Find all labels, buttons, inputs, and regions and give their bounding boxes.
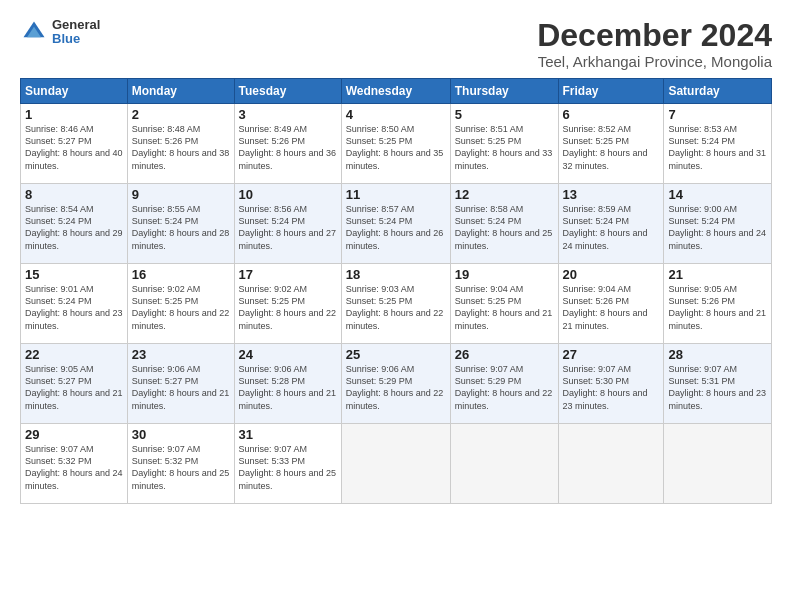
col-tuesday: Tuesday bbox=[234, 79, 341, 104]
day-number: 24 bbox=[239, 347, 337, 362]
day-info: Sunrise: 9:01 AM Sunset: 5:24 PM Dayligh… bbox=[25, 283, 123, 332]
day-number: 22 bbox=[25, 347, 123, 362]
day-number: 13 bbox=[563, 187, 660, 202]
day-info: Sunrise: 8:46 AM Sunset: 5:27 PM Dayligh… bbox=[25, 123, 123, 172]
day-number: 5 bbox=[455, 107, 554, 122]
day-number: 21 bbox=[668, 267, 767, 282]
col-monday: Monday bbox=[127, 79, 234, 104]
day-cell: 21Sunrise: 9:05 AM Sunset: 5:26 PM Dayli… bbox=[664, 264, 772, 344]
day-cell: 11Sunrise: 8:57 AM Sunset: 5:24 PM Dayli… bbox=[341, 184, 450, 264]
day-info: Sunrise: 8:50 AM Sunset: 5:25 PM Dayligh… bbox=[346, 123, 446, 172]
day-number: 11 bbox=[346, 187, 446, 202]
day-cell: 7Sunrise: 8:53 AM Sunset: 5:24 PM Daylig… bbox=[664, 104, 772, 184]
day-cell: 27Sunrise: 9:07 AM Sunset: 5:30 PM Dayli… bbox=[558, 344, 664, 424]
day-number: 12 bbox=[455, 187, 554, 202]
day-number: 15 bbox=[25, 267, 123, 282]
week-row-4: 22Sunrise: 9:05 AM Sunset: 5:27 PM Dayli… bbox=[21, 344, 772, 424]
day-number: 4 bbox=[346, 107, 446, 122]
day-number: 29 bbox=[25, 427, 123, 442]
day-cell: 10Sunrise: 8:56 AM Sunset: 5:24 PM Dayli… bbox=[234, 184, 341, 264]
day-info: Sunrise: 9:00 AM Sunset: 5:24 PM Dayligh… bbox=[668, 203, 767, 252]
title-block: December 2024 Teel, Arkhangai Province, … bbox=[537, 18, 772, 70]
day-cell: 9Sunrise: 8:55 AM Sunset: 5:24 PM Daylig… bbox=[127, 184, 234, 264]
day-number: 31 bbox=[239, 427, 337, 442]
day-number: 20 bbox=[563, 267, 660, 282]
day-info: Sunrise: 9:06 AM Sunset: 5:27 PM Dayligh… bbox=[132, 363, 230, 412]
day-info: Sunrise: 9:05 AM Sunset: 5:26 PM Dayligh… bbox=[668, 283, 767, 332]
day-info: Sunrise: 9:07 AM Sunset: 5:32 PM Dayligh… bbox=[132, 443, 230, 492]
week-row-5: 29Sunrise: 9:07 AM Sunset: 5:32 PM Dayli… bbox=[21, 424, 772, 504]
day-info: Sunrise: 8:51 AM Sunset: 5:25 PM Dayligh… bbox=[455, 123, 554, 172]
day-info: Sunrise: 8:48 AM Sunset: 5:26 PM Dayligh… bbox=[132, 123, 230, 172]
day-info: Sunrise: 8:57 AM Sunset: 5:24 PM Dayligh… bbox=[346, 203, 446, 252]
day-info: Sunrise: 9:07 AM Sunset: 5:32 PM Dayligh… bbox=[25, 443, 123, 492]
day-info: Sunrise: 8:54 AM Sunset: 5:24 PM Dayligh… bbox=[25, 203, 123, 252]
day-number: 7 bbox=[668, 107, 767, 122]
day-number: 25 bbox=[346, 347, 446, 362]
day-cell: 31Sunrise: 9:07 AM Sunset: 5:33 PM Dayli… bbox=[234, 424, 341, 504]
day-info: Sunrise: 9:07 AM Sunset: 5:29 PM Dayligh… bbox=[455, 363, 554, 412]
day-cell: 28Sunrise: 9:07 AM Sunset: 5:31 PM Dayli… bbox=[664, 344, 772, 424]
day-cell: 25Sunrise: 9:06 AM Sunset: 5:29 PM Dayli… bbox=[341, 344, 450, 424]
day-cell: 3Sunrise: 8:49 AM Sunset: 5:26 PM Daylig… bbox=[234, 104, 341, 184]
day-number: 30 bbox=[132, 427, 230, 442]
day-cell bbox=[341, 424, 450, 504]
day-number: 9 bbox=[132, 187, 230, 202]
day-info: Sunrise: 9:05 AM Sunset: 5:27 PM Dayligh… bbox=[25, 363, 123, 412]
day-info: Sunrise: 9:07 AM Sunset: 5:31 PM Dayligh… bbox=[668, 363, 767, 412]
day-number: 6 bbox=[563, 107, 660, 122]
week-row-1: 1Sunrise: 8:46 AM Sunset: 5:27 PM Daylig… bbox=[21, 104, 772, 184]
day-info: Sunrise: 9:07 AM Sunset: 5:30 PM Dayligh… bbox=[563, 363, 660, 412]
week-row-2: 8Sunrise: 8:54 AM Sunset: 5:24 PM Daylig… bbox=[21, 184, 772, 264]
day-cell: 6Sunrise: 8:52 AM Sunset: 5:25 PM Daylig… bbox=[558, 104, 664, 184]
day-info: Sunrise: 9:04 AM Sunset: 5:25 PM Dayligh… bbox=[455, 283, 554, 332]
day-number: 18 bbox=[346, 267, 446, 282]
day-info: Sunrise: 9:02 AM Sunset: 5:25 PM Dayligh… bbox=[239, 283, 337, 332]
col-saturday: Saturday bbox=[664, 79, 772, 104]
day-cell: 14Sunrise: 9:00 AM Sunset: 5:24 PM Dayli… bbox=[664, 184, 772, 264]
day-cell: 13Sunrise: 8:59 AM Sunset: 5:24 PM Dayli… bbox=[558, 184, 664, 264]
logo: General Blue bbox=[20, 18, 100, 47]
day-number: 28 bbox=[668, 347, 767, 362]
page: General Blue December 2024 Teel, Arkhang… bbox=[0, 0, 792, 612]
col-sunday: Sunday bbox=[21, 79, 128, 104]
day-info: Sunrise: 8:53 AM Sunset: 5:24 PM Dayligh… bbox=[668, 123, 767, 172]
day-info: Sunrise: 8:58 AM Sunset: 5:24 PM Dayligh… bbox=[455, 203, 554, 252]
col-friday: Friday bbox=[558, 79, 664, 104]
day-info: Sunrise: 8:52 AM Sunset: 5:25 PM Dayligh… bbox=[563, 123, 660, 172]
day-info: Sunrise: 9:06 AM Sunset: 5:29 PM Dayligh… bbox=[346, 363, 446, 412]
day-cell: 30Sunrise: 9:07 AM Sunset: 5:32 PM Dayli… bbox=[127, 424, 234, 504]
logo-general-label: General bbox=[52, 18, 100, 32]
col-wednesday: Wednesday bbox=[341, 79, 450, 104]
day-info: Sunrise: 9:07 AM Sunset: 5:33 PM Dayligh… bbox=[239, 443, 337, 492]
day-info: Sunrise: 8:56 AM Sunset: 5:24 PM Dayligh… bbox=[239, 203, 337, 252]
day-number: 19 bbox=[455, 267, 554, 282]
day-info: Sunrise: 9:06 AM Sunset: 5:28 PM Dayligh… bbox=[239, 363, 337, 412]
day-cell: 17Sunrise: 9:02 AM Sunset: 5:25 PM Dayli… bbox=[234, 264, 341, 344]
day-cell: 26Sunrise: 9:07 AM Sunset: 5:29 PM Dayli… bbox=[450, 344, 558, 424]
day-info: Sunrise: 8:59 AM Sunset: 5:24 PM Dayligh… bbox=[563, 203, 660, 252]
day-info: Sunrise: 8:55 AM Sunset: 5:24 PM Dayligh… bbox=[132, 203, 230, 252]
day-cell: 29Sunrise: 9:07 AM Sunset: 5:32 PM Dayli… bbox=[21, 424, 128, 504]
day-cell bbox=[558, 424, 664, 504]
day-cell: 18Sunrise: 9:03 AM Sunset: 5:25 PM Dayli… bbox=[341, 264, 450, 344]
day-cell: 15Sunrise: 9:01 AM Sunset: 5:24 PM Dayli… bbox=[21, 264, 128, 344]
week-row-3: 15Sunrise: 9:01 AM Sunset: 5:24 PM Dayli… bbox=[21, 264, 772, 344]
day-cell: 5Sunrise: 8:51 AM Sunset: 5:25 PM Daylig… bbox=[450, 104, 558, 184]
day-number: 1 bbox=[25, 107, 123, 122]
logo-blue-label: Blue bbox=[52, 32, 100, 46]
day-number: 8 bbox=[25, 187, 123, 202]
day-cell: 22Sunrise: 9:05 AM Sunset: 5:27 PM Dayli… bbox=[21, 344, 128, 424]
day-cell bbox=[664, 424, 772, 504]
day-number: 14 bbox=[668, 187, 767, 202]
day-number: 3 bbox=[239, 107, 337, 122]
day-number: 2 bbox=[132, 107, 230, 122]
day-cell: 12Sunrise: 8:58 AM Sunset: 5:24 PM Dayli… bbox=[450, 184, 558, 264]
day-cell: 19Sunrise: 9:04 AM Sunset: 5:25 PM Dayli… bbox=[450, 264, 558, 344]
day-cell: 23Sunrise: 9:06 AM Sunset: 5:27 PM Dayli… bbox=[127, 344, 234, 424]
day-cell: 24Sunrise: 9:06 AM Sunset: 5:28 PM Dayli… bbox=[234, 344, 341, 424]
calendar-title: December 2024 bbox=[537, 18, 772, 53]
day-info: Sunrise: 9:02 AM Sunset: 5:25 PM Dayligh… bbox=[132, 283, 230, 332]
day-number: 23 bbox=[132, 347, 230, 362]
col-thursday: Thursday bbox=[450, 79, 558, 104]
